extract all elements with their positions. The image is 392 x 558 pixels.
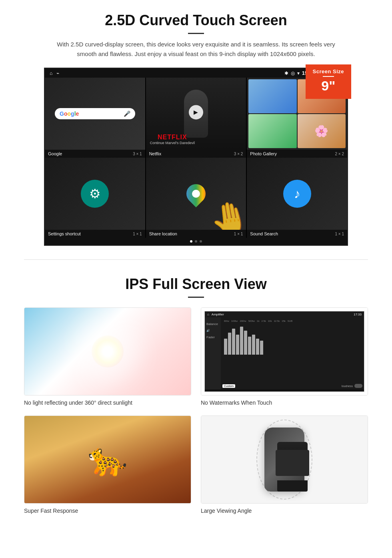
netflix-play-btn[interactable]: ▶ — [189, 105, 203, 119]
feature-label-viewing-angle: Large Viewing Angle — [201, 508, 368, 514]
feature-no-watermarks: ⌂ Amplifier 17:33 Balance 🔊 Fader — [201, 307, 368, 406]
photo-thumb-4: 🌸 — [298, 114, 346, 148]
section-divider — [24, 259, 368, 260]
maps-icon — [186, 184, 206, 203]
car-body — [264, 428, 304, 492]
cheetah-icon: 🐆 — [88, 441, 128, 478]
settings-app-cell[interactable]: ⚙ Settings shortcut 1 × 1 — [45, 158, 145, 238]
badge-size: 9" — [321, 78, 335, 93]
status-bar: ⌂ ⌁ ✱ ◎ ▾ 15:06 ⊡ ◁) ⊠ ▭ — [45, 68, 347, 78]
photo-thumb-3 — [248, 114, 296, 148]
feature-grid: No light reflecting under 360° direct su… — [24, 307, 368, 514]
section2-title: IPS Full Screen View — [24, 276, 368, 293]
dot-1 — [190, 240, 192, 243]
sky-image — [24, 308, 191, 395]
eq-bar-5 — [240, 327, 243, 355]
netflix-app-size: 3 × 2 — [234, 152, 243, 156]
photo-app-size: 2 × 2 — [335, 152, 344, 156]
equalizer-screen: ⌂ Amplifier 17:33 Balance 🔊 Fader — [201, 308, 368, 395]
eq-bar-10 — [260, 341, 263, 355]
hand-overlay: 🤚 — [207, 197, 246, 230]
section1-title: 2.5D Curved Touch Screen — [24, 12, 368, 29]
share-app-size: 1 × 1 — [234, 232, 243, 236]
eq-bar-1 — [224, 339, 227, 355]
feature-label-fast-response: Super Fast Response — [24, 508, 191, 514]
screen-wrapper: Screen Size 9" ⌂ ⌁ ✱ ◎ ▾ 15:06 ⊡ ◁) ⊠ — [44, 68, 348, 246]
top-app-row: Google 🎤 Google 3 × 1 — [45, 78, 347, 158]
eq-bar-9 — [256, 339, 259, 355]
mini-main: 60hz100hz200hz500hz1k2.5k10k12.5k15kSUB — [221, 317, 364, 389]
photo-app-name: Photo Gallery — [250, 151, 277, 156]
loudness-toggle[interactable] — [354, 384, 362, 388]
sound-label-bar: Sound Search 1 × 1 — [247, 230, 347, 238]
google-logo: Google — [60, 110, 79, 117]
car-top-view — [256, 420, 312, 500]
wifi-icon: ▾ — [297, 70, 300, 76]
sun-glow — [92, 335, 124, 367]
netflix-overlay: NETFLIX Continue Marvel's Daredevil — [150, 134, 195, 145]
feature-img-no-watermarks: ⌂ Amplifier 17:33 Balance 🔊 Fader — [201, 307, 368, 395]
bottom-app-row: ⚙ Settings shortcut 1 × 1 — [45, 158, 347, 238]
google-app-size: 3 × 1 — [133, 152, 142, 156]
settings-cell-content: ⚙ — [45, 158, 145, 230]
google-search-bar[interactable]: Google 🎤 — [55, 108, 135, 119]
title-divider-2 — [188, 297, 204, 298]
share-location-app-cell[interactable]: 🤚 Share location 1 × 1 — [146, 158, 246, 238]
google-app-cell[interactable]: Google 🎤 Google 3 × 1 — [45, 78, 145, 158]
photo-label-bar: Photo Gallery 2 × 2 — [247, 150, 347, 158]
photo-thumb-1 — [248, 79, 296, 113]
car-rear-window — [277, 480, 308, 492]
share-label-bar: Share location 1 × 1 — [146, 230, 246, 238]
share-cell-content: 🤚 — [146, 158, 246, 230]
feature-img-viewing-angle — [201, 415, 368, 504]
loudness-label: loudness — [342, 385, 353, 387]
feature-viewing-angle: Large Viewing Angle — [201, 415, 368, 514]
feature-img-fast-response: 🐆 — [24, 415, 191, 504]
feature-fast-response: 🐆 Super Fast Response — [24, 415, 191, 514]
sound-app-size: 1 × 1 — [335, 232, 344, 236]
mini-screen: ⌂ Amplifier 17:33 Balance 🔊 Fader — [204, 311, 364, 392]
eq-bar-2 — [228, 333, 231, 355]
car-image — [201, 416, 368, 503]
android-screen: ⌂ ⌁ ✱ ◎ ▾ 15:06 ⊡ ◁) ⊠ ▭ — [44, 68, 348, 246]
eq-bar-4 — [236, 335, 239, 355]
custom-label: Custom — [222, 384, 235, 388]
sound-cell-content: ♪ — [247, 158, 347, 230]
google-app-name: Google — [48, 151, 62, 156]
feature-no-reflect: No light reflecting under 360° direct su… — [24, 307, 191, 406]
bluetooth-icon: ✱ — [284, 70, 288, 76]
screen-size-badge: Screen Size 9" — [306, 64, 352, 99]
mini-sidebar: Balance 🔊 Fader — [205, 317, 221, 389]
mic-icon: 🎤 — [124, 110, 130, 117]
dot-2 — [195, 240, 197, 243]
section-curved: 2.5D Curved Touch Screen With 2.5D curve… — [0, 0, 392, 255]
status-left: ⌂ ⌁ — [50, 70, 59, 76]
eq-bar-3 — [232, 329, 235, 355]
badge-divider — [323, 76, 334, 77]
feature-label-no-reflect: No light reflecting under 360° direct su… — [24, 399, 191, 406]
netflix-subtitle: Continue Marvel's Daredevil — [150, 141, 195, 145]
eq-bar-7 — [248, 337, 251, 355]
settings-app-name: Settings shortcut — [48, 231, 81, 236]
location-icon: ◎ — [291, 70, 295, 76]
home-icon[interactable]: ⌂ — [50, 70, 52, 76]
equalizer-bars — [222, 324, 362, 356]
feature-img-no-reflect — [24, 307, 191, 395]
netflix-label-bar: Netflix 3 × 2 — [146, 150, 246, 158]
section-ips: IPS Full Screen View No light reflecting… — [0, 264, 392, 522]
netflix-app-cell[interactable]: ▶ NETFLIX Continue Marvel's Daredevil Ne… — [146, 78, 246, 158]
eq-bar-8 — [252, 335, 255, 355]
sound-icon: ♪ — [283, 180, 311, 208]
google-label-bar: Google 3 × 1 — [45, 150, 145, 158]
settings-label-bar: Settings shortcut 1 × 1 — [45, 230, 145, 238]
flower-icon: 🌸 — [314, 124, 328, 138]
mini-screen-content: Balance 🔊 Fader 60hz100hz200hz500hz1k2.5… — [205, 317, 364, 389]
sound-search-app-cell[interactable]: ♪ Sound Search 1 × 1 — [247, 158, 347, 238]
mini-time: 17:33 — [354, 313, 362, 316]
cheetah-image: 🐆 — [24, 416, 191, 503]
sound-app-name: Sound Search — [250, 231, 278, 236]
car-roof — [276, 450, 309, 476]
mini-screen-header: ⌂ Amplifier 17:33 — [205, 311, 364, 317]
mini-home-icon: ⌂ — [207, 313, 209, 316]
title-divider — [188, 33, 204, 34]
